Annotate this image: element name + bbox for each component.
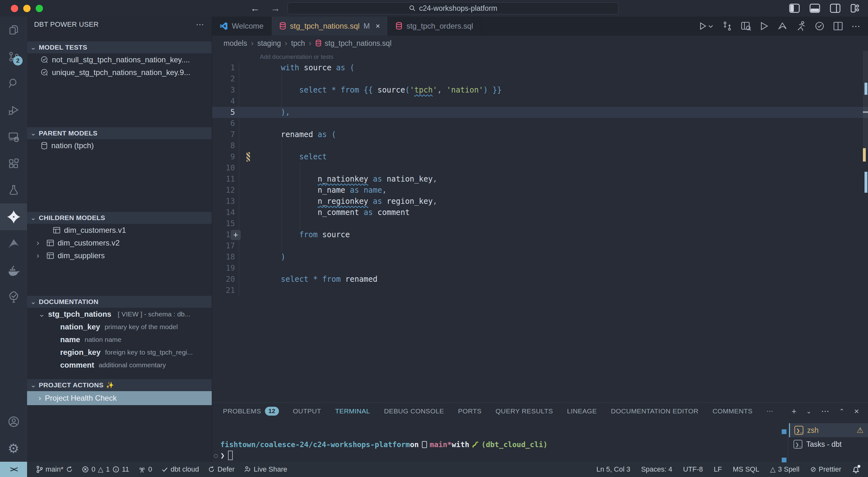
code-line[interactable]: 1with source as ( [212, 62, 868, 73]
doc-column-row[interactable]: region_key foreign key to stg_tpch_regi.… [27, 346, 212, 359]
source-control-icon[interactable]: 2 [0, 43, 27, 70]
close-panel-icon[interactable]: × [854, 406, 859, 416]
sidebar-more-actions[interactable]: ⋯ [196, 20, 205, 30]
breadcrumb-item[interactable]: staging [257, 39, 281, 48]
panel-tab-output[interactable]: OUTPUT [293, 407, 321, 415]
code-line[interactable]: 19 [212, 263, 868, 274]
run-dropdown-icon[interactable] [699, 21, 714, 31]
parent-model-item[interactable]: nation (tpch) [27, 139, 212, 152]
section-documentation[interactable]: ⌄ DOCUMENTATION [27, 296, 212, 308]
problems-status[interactable]: 0 △ 1 11 [82, 465, 129, 474]
execute-icon[interactable] [760, 21, 769, 31]
child-model-item[interactable]: › dim_customers.v2 [27, 237, 212, 249]
beaker-test-icon[interactable] [0, 177, 27, 204]
toggle-sidebar-icon[interactable] [789, 3, 800, 13]
build-compare-icon[interactable] [722, 21, 732, 31]
child-model-item[interactable]: dim_customers.v1 [27, 224, 212, 237]
terminal-dropdown-icon[interactable]: ⌄ [806, 407, 812, 415]
extensions-icon[interactable] [0, 150, 27, 177]
code-line[interactable]: 16+ from source [212, 229, 868, 240]
test-circle-check-icon[interactable] [814, 21, 825, 31]
cursor-position[interactable]: Ln 5, Col 3 [596, 465, 630, 474]
panel-tab-query-results[interactable]: QUERY RESULTS [495, 407, 553, 415]
prettier-status[interactable]: ⊘Prettier [810, 465, 841, 474]
section-parent-models[interactable]: ⌄ PARENT MODELS [27, 127, 212, 139]
search-view-icon[interactable] [0, 70, 27, 97]
panel-tab-ports[interactable]: PORTS [458, 407, 482, 415]
indentation[interactable]: Spaces: 4 [641, 465, 672, 474]
breadcrumb-item[interactable]: models [223, 39, 247, 48]
more-actions-icon[interactable]: ⋯ [851, 21, 860, 32]
live-share-status[interactable]: Live Share [244, 465, 287, 474]
doc-column-row[interactable]: name nation name [27, 333, 212, 346]
doc-column-row[interactable]: comment additional commentary [27, 359, 212, 371]
model-test-item[interactable]: not_null_stg_tpch_nations_nation_key.... [27, 54, 212, 66]
eol[interactable]: LF [714, 465, 722, 474]
code-line[interactable]: 13 n_regionkey as region_key, [212, 196, 868, 207]
altimate-icon[interactable] [0, 230, 27, 257]
customize-layout-icon[interactable] [850, 3, 860, 13]
tab-stg-tpch-nations[interactable]: stg_tpch_nations.sql M × [272, 16, 388, 36]
child-model-item[interactable]: › dim_suppliers [27, 249, 212, 262]
tab-welcome[interactable]: Welcome [212, 16, 272, 36]
breadcrumb-file[interactable]: stg_tpch_nations.sql [315, 39, 392, 48]
code-line[interactable]: 3 select * from {{ source('tpch', 'natio… [212, 84, 868, 96]
language-mode[interactable]: MS SQL [733, 465, 759, 474]
tab-stg-tpch-orders[interactable]: stg_tpch_orders.sql [388, 16, 481, 36]
panel-tab-debug-console[interactable]: DEBUG CONSOLE [384, 407, 444, 415]
code-line[interactable]: 2 [212, 73, 868, 84]
section-children-models[interactable]: ⌄ CHILDREN MODELS [27, 212, 212, 224]
ports-status[interactable]: 0 [138, 465, 152, 474]
accounts-icon[interactable] [0, 408, 27, 435]
overview-ruler[interactable] [863, 51, 868, 403]
minimize-window-button[interactable] [23, 5, 31, 12]
toggle-secondary-sidebar-icon[interactable] [830, 3, 841, 13]
code-line[interactable]: 7renamed as ( [212, 129, 868, 140]
terminal-tab-tasks-dbt[interactable]: ❯_ Tasks - dbt [789, 437, 868, 451]
branch-status[interactable]: main* [36, 465, 73, 474]
altimate-a-icon[interactable] [777, 21, 788, 31]
terminal-view[interactable]: fishtown/coalesce-24/c24-workshops-platf… [212, 419, 788, 462]
spell-status[interactable]: △3 Spell [770, 465, 799, 474]
code-line[interactable]: 15 [212, 218, 868, 229]
code-line[interactable]: 12 n_name as name, [212, 185, 868, 196]
terminal-tab-zsh[interactable]: ❯_ zsh ⚠ [789, 423, 868, 437]
code-line[interactable]: 5), [212, 107, 868, 118]
command-center-search[interactable]: c24-workshops-platform [287, 2, 619, 14]
breadcrumb-item[interactable]: tpch [291, 39, 305, 48]
code-line[interactable]: 17 [212, 240, 868, 251]
panel-tab-comments[interactable]: COMMENTS [713, 407, 753, 415]
code-line[interactable]: 8 [212, 140, 868, 151]
new-terminal-icon[interactable]: + [792, 406, 797, 416]
close-window-button[interactable] [11, 5, 18, 12]
query-preview-icon[interactable] [741, 21, 751, 31]
docker-icon[interactable] [0, 257, 27, 284]
panel-tab-lineage[interactable]: LINEAGE [567, 407, 597, 415]
panel-tab-terminal[interactable]: TERMINAL [335, 407, 370, 415]
code-line[interactable]: 18) [212, 251, 868, 263]
remote-indicator[interactable]: >< [0, 462, 27, 477]
code-line[interactable]: 14 n_comment as comment [212, 207, 868, 218]
scrollbar-slider[interactable] [863, 51, 868, 149]
zoom-window-button[interactable] [36, 5, 43, 12]
code-line[interactable]: 20select * from renamed [212, 274, 868, 285]
project-health-check-row[interactable]: › Project Health Check [27, 391, 212, 405]
encoding[interactable]: UTF-8 [683, 465, 703, 474]
code-line[interactable]: 11 n_nationkey as nation_key, [212, 174, 868, 185]
split-editor-icon[interactable] [833, 21, 843, 31]
panel-more-icon[interactable]: ⋯ [821, 406, 830, 416]
settings-gear-icon[interactable]: ⚙ [0, 435, 27, 462]
run-model-icon[interactable] [796, 21, 806, 32]
toggle-panel-icon[interactable] [809, 3, 820, 13]
dbt-cloud-status[interactable]: dbt cloud [161, 465, 199, 474]
section-project-actions[interactable]: ⌄ PROJECT ACTIONS ✨ [27, 379, 212, 391]
code-line[interactable]: 21 [212, 285, 868, 296]
explorer-icon[interactable] [0, 16, 27, 43]
tree-check-icon[interactable] [0, 284, 27, 310]
dbt-power-user-icon[interactable] [0, 204, 27, 230]
remote-explorer-icon[interactable] [0, 124, 27, 150]
code-editor[interactable]: Add documentation or tests 1with source … [212, 51, 868, 403]
gutter-add-button[interactable]: + [230, 230, 241, 240]
run-debug-icon[interactable] [0, 97, 27, 124]
forward-button[interactable]: → [271, 3, 280, 14]
